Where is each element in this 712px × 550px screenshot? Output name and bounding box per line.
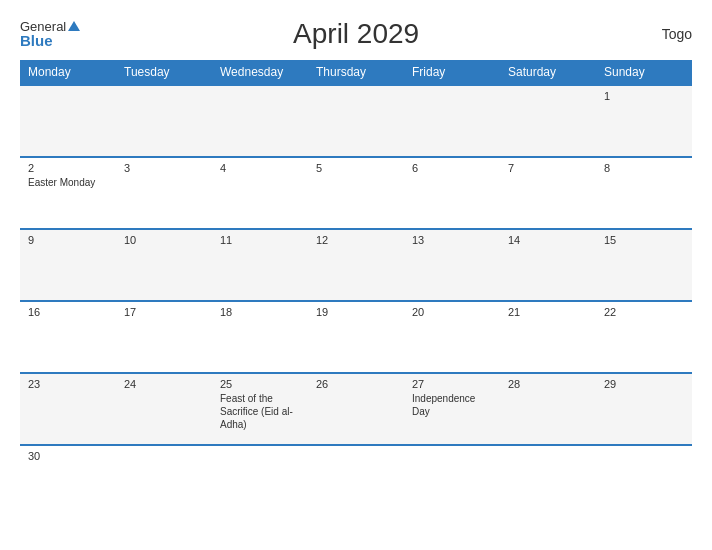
day-number: 20 xyxy=(412,306,492,318)
calendar-cell: 28 xyxy=(500,373,596,445)
calendar-cell xyxy=(596,445,692,517)
calendar-cell: 13 xyxy=(404,229,500,301)
day-number: 7 xyxy=(508,162,588,174)
holiday-label: Feast of the Sacrifice (Eid al-Adha) xyxy=(220,392,300,431)
calendar-cell: 7 xyxy=(500,157,596,229)
calendar-week-row: 9101112131415 xyxy=(20,229,692,301)
day-number: 10 xyxy=(124,234,204,246)
calendar-cell xyxy=(116,445,212,517)
day-number: 13 xyxy=(412,234,492,246)
calendar-title: April 2029 xyxy=(80,18,632,50)
day-number: 2 xyxy=(28,162,108,174)
logo-blue-text: Blue xyxy=(20,33,80,48)
header-tuesday: Tuesday xyxy=(116,60,212,85)
calendar-cell xyxy=(404,85,500,157)
day-number: 6 xyxy=(412,162,492,174)
day-number: 28 xyxy=(508,378,588,390)
calendar-cell xyxy=(212,85,308,157)
holiday-label: Easter Monday xyxy=(28,176,108,189)
day-number: 25 xyxy=(220,378,300,390)
day-number: 8 xyxy=(604,162,684,174)
day-number: 30 xyxy=(28,450,108,462)
calendar-cell: 1 xyxy=(596,85,692,157)
day-number: 1 xyxy=(604,90,684,102)
day-number: 23 xyxy=(28,378,108,390)
calendar-cell: 30 xyxy=(20,445,116,517)
calendar-cell xyxy=(500,445,596,517)
calendar-cell: 2Easter Monday xyxy=(20,157,116,229)
calendar-body: 12Easter Monday3456789101112131415161718… xyxy=(20,85,692,517)
calendar-cell: 22 xyxy=(596,301,692,373)
header-sunday: Sunday xyxy=(596,60,692,85)
calendar-cell: 24 xyxy=(116,373,212,445)
day-number: 15 xyxy=(604,234,684,246)
logo: General Blue xyxy=(20,20,80,48)
calendar-cell: 18 xyxy=(212,301,308,373)
calendar-table: Monday Tuesday Wednesday Thursday Friday… xyxy=(20,60,692,517)
calendar-cell xyxy=(404,445,500,517)
calendar-cell xyxy=(116,85,212,157)
header: General Blue April 2029 Togo xyxy=(20,18,692,50)
day-number: 12 xyxy=(316,234,396,246)
calendar-cell xyxy=(20,85,116,157)
calendar-week-row: 232425Feast of the Sacrifice (Eid al-Adh… xyxy=(20,373,692,445)
header-thursday: Thursday xyxy=(308,60,404,85)
calendar-cell xyxy=(212,445,308,517)
day-number: 9 xyxy=(28,234,108,246)
calendar-cell: 15 xyxy=(596,229,692,301)
calendar-cell: 27Independence Day xyxy=(404,373,500,445)
calendar-cell: 3 xyxy=(116,157,212,229)
day-number: 19 xyxy=(316,306,396,318)
day-number: 22 xyxy=(604,306,684,318)
calendar-cell: 16 xyxy=(20,301,116,373)
calendar-cell xyxy=(500,85,596,157)
header-monday: Monday xyxy=(20,60,116,85)
calendar-week-row: 16171819202122 xyxy=(20,301,692,373)
day-number: 17 xyxy=(124,306,204,318)
calendar-week-row: 1 xyxy=(20,85,692,157)
calendar-cell: 10 xyxy=(116,229,212,301)
day-number: 5 xyxy=(316,162,396,174)
holiday-label: Independence Day xyxy=(412,392,492,418)
header-saturday: Saturday xyxy=(500,60,596,85)
calendar-cell: 17 xyxy=(116,301,212,373)
calendar-cell: 26 xyxy=(308,373,404,445)
calendar-cell: 21 xyxy=(500,301,596,373)
calendar-week-row: 30 xyxy=(20,445,692,517)
calendar-cell: 6 xyxy=(404,157,500,229)
calendar-cell: 29 xyxy=(596,373,692,445)
day-number: 26 xyxy=(316,378,396,390)
day-number: 16 xyxy=(28,306,108,318)
country-label: Togo xyxy=(632,26,692,42)
calendar-cell: 11 xyxy=(212,229,308,301)
calendar-header: Monday Tuesday Wednesday Thursday Friday… xyxy=(20,60,692,85)
day-number: 4 xyxy=(220,162,300,174)
day-number: 18 xyxy=(220,306,300,318)
calendar-week-row: 2Easter Monday345678 xyxy=(20,157,692,229)
calendar-cell xyxy=(308,445,404,517)
day-number: 29 xyxy=(604,378,684,390)
calendar-cell xyxy=(308,85,404,157)
header-friday: Friday xyxy=(404,60,500,85)
calendar-cell: 23 xyxy=(20,373,116,445)
calendar-cell: 5 xyxy=(308,157,404,229)
calendar-cell: 12 xyxy=(308,229,404,301)
page: General Blue April 2029 Togo Monday Tues… xyxy=(0,0,712,550)
day-number: 11 xyxy=(220,234,300,246)
day-number: 21 xyxy=(508,306,588,318)
calendar-cell: 8 xyxy=(596,157,692,229)
weekday-header-row: Monday Tuesday Wednesday Thursday Friday… xyxy=(20,60,692,85)
calendar-cell: 14 xyxy=(500,229,596,301)
calendar-cell: 25Feast of the Sacrifice (Eid al-Adha) xyxy=(212,373,308,445)
logo-triangle-icon xyxy=(68,21,80,31)
calendar-cell: 19 xyxy=(308,301,404,373)
day-number: 3 xyxy=(124,162,204,174)
calendar-cell: 4 xyxy=(212,157,308,229)
day-number: 24 xyxy=(124,378,204,390)
day-number: 27 xyxy=(412,378,492,390)
calendar-cell: 9 xyxy=(20,229,116,301)
day-number: 14 xyxy=(508,234,588,246)
calendar-cell: 20 xyxy=(404,301,500,373)
header-wednesday: Wednesday xyxy=(212,60,308,85)
